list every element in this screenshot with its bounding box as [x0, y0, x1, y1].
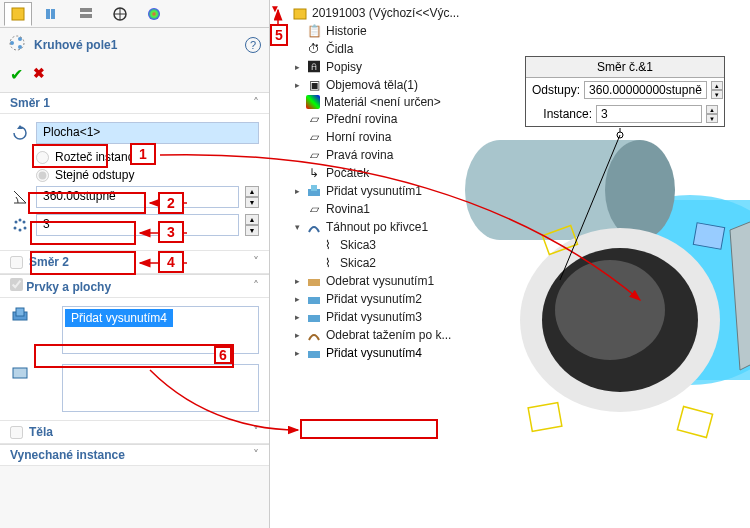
svg-rect-3: [80, 8, 92, 12]
callout-1: 1: [130, 143, 156, 165]
svg-point-11: [18, 45, 22, 49]
svg-rect-21: [13, 368, 27, 378]
tab-display[interactable]: [140, 2, 168, 26]
bodies-icon: ▣: [306, 77, 322, 93]
boss-extrude-icon: [306, 345, 322, 361]
callout-2: 2: [158, 192, 184, 214]
selected-feature-item[interactable]: Přidat vysunutím4: [65, 309, 173, 327]
callout-3: 3: [158, 221, 184, 243]
svg-point-8: [148, 8, 160, 20]
tree-sensors[interactable]: ⏱Čidla: [292, 40, 478, 58]
svg-rect-24: [311, 185, 317, 191]
section-bodies[interactable]: Těla ˅: [0, 420, 269, 444]
cut-sweep-icon: [306, 327, 322, 343]
svg-point-16: [15, 221, 18, 224]
axis-selection-input[interactable]: Plocha<1>: [36, 122, 259, 144]
callout-5: 5: [270, 24, 288, 46]
tree-cutsweep[interactable]: ▸Odebrat tažením po k...: [292, 326, 478, 344]
features-label: Prvky a plochy: [26, 280, 111, 294]
svg-rect-20: [16, 308, 24, 316]
cancel-button[interactable]: ✖: [33, 65, 45, 84]
count-input[interactable]: 3: [36, 214, 239, 236]
svg-point-18: [19, 229, 22, 232]
tree-plane1[interactable]: ▱Rovina1: [292, 200, 478, 218]
svg-rect-41: [528, 403, 562, 432]
sweep-icon: [306, 219, 322, 235]
tree-material[interactable]: Materiál <není určen>: [292, 94, 478, 110]
svg-point-44: [617, 132, 623, 138]
section-direction2[interactable]: Směr 2 ˅: [0, 250, 269, 274]
tree-flyout-arrow[interactable]: ▼: [270, 3, 280, 14]
angle-input[interactable]: 360.00stupně: [36, 186, 239, 208]
skipped-label: Vynechané instance: [10, 448, 125, 462]
panel-tab-bar: [0, 0, 269, 28]
faces-selection-box[interactable]: [62, 364, 259, 412]
chevron-down-icon: ˅: [253, 425, 259, 439]
property-manager-panel: Kruhové pole1 ? ✔ ✖ Směr 1 ˄ Plocha<1> R…: [0, 0, 270, 528]
boss-extrude-icon: [306, 309, 322, 325]
feature-title-row: Kruhové pole1 ?: [0, 28, 269, 61]
tree-ext4[interactable]: ▸Přidat vysunutím4: [292, 344, 478, 362]
pattern-callout-popup[interactable]: Směr č.&1 Odstupy: 360.00000000stupně ▲▼…: [525, 56, 725, 127]
section-direction1-header[interactable]: Směr 1 ˄: [0, 93, 269, 114]
section-features-header[interactable]: Prvky a plochy ˄: [0, 275, 269, 298]
svg-rect-1: [46, 9, 50, 19]
svg-rect-2: [51, 9, 55, 19]
tree-ext2[interactable]: ▸Přidat vysunutím2: [292, 290, 478, 308]
bodies-checkbox[interactable]: [10, 426, 23, 439]
tree-sketch3[interactable]: ⌇Skica3: [306, 236, 478, 254]
tree-right-plane[interactable]: ▱Pravá rovina: [292, 146, 478, 164]
sensors-icon: ⏱: [306, 41, 322, 57]
help-icon[interactable]: ?: [245, 37, 261, 53]
popup-instances-value[interactable]: 3: [596, 105, 702, 123]
tree-root[interactable]: 20191003 (Výchozí<<Výc...: [278, 4, 478, 22]
svg-point-33: [605, 140, 675, 240]
svg-point-37: [542, 248, 698, 392]
tree-annotations[interactable]: ▸🅰Popisy: [292, 58, 478, 76]
bodies-label: Těla: [29, 425, 53, 439]
svg-rect-39: [542, 225, 577, 254]
popup-spacing-value[interactable]: 360.00000000stupně: [584, 81, 707, 99]
instance-count-icon: [10, 217, 30, 233]
count-spinner[interactable]: ▲▼: [245, 214, 259, 236]
features-checkbox[interactable]: [10, 278, 23, 291]
radio-equal-spacing[interactable]: Stejné odstupy: [36, 168, 259, 182]
section-direction1: Směr 1 ˄ Plocha<1> Rozteč instancí Stejn…: [0, 92, 269, 250]
tree-cut1[interactable]: ▸Odebrat vysunutím1: [292, 272, 478, 290]
tree-origin[interactable]: ↳Počátek: [292, 164, 478, 182]
tree-top-plane[interactable]: ▱Horní rovina: [292, 128, 478, 146]
boss-extrude-icon: [306, 291, 322, 307]
popup-instances-spinner[interactable]: ▲▼: [706, 105, 718, 123]
svg-point-36: [520, 228, 720, 412]
chevron-up-icon: ˄: [253, 279, 259, 293]
part-icon: [292, 5, 308, 21]
radio-spacing-label: Rozteč instancí: [55, 150, 137, 164]
tree-sketch2[interactable]: ⌇Skica2: [306, 254, 478, 272]
chevron-down-icon: ˅: [253, 448, 259, 462]
chevron-up-icon: ˄: [253, 96, 259, 110]
tree-front-plane[interactable]: ▱Přední rovina: [292, 110, 478, 128]
reverse-direction-icon[interactable]: [10, 125, 30, 141]
confirm-button[interactable]: ✔: [10, 65, 23, 84]
section-skipped-header[interactable]: Vynechané instance ˅: [0, 444, 269, 466]
popup-spacing-spinner[interactable]: ▲▼: [711, 81, 723, 99]
tree-bodies[interactable]: ▸▣Objemová těla(1): [292, 76, 478, 94]
svg-point-15: [24, 227, 27, 230]
tree-ext1[interactable]: ▸Přidat vysunutím1: [292, 182, 478, 200]
boss-extrude-icon: [306, 183, 322, 199]
tree-history[interactable]: 📋Historie: [292, 22, 478, 40]
tab-property-manager[interactable]: [38, 2, 66, 26]
direction2-checkbox[interactable]: [10, 256, 23, 269]
callout-4: 4: [158, 251, 184, 273]
tab-configuration[interactable]: [72, 2, 100, 26]
tree-ext3[interactable]: ▸Přidat vysunutím3: [292, 308, 478, 326]
angle-value: 360.00stupně: [43, 189, 116, 203]
plane-icon: ▱: [306, 129, 322, 145]
tab-feature-manager[interactable]: [4, 2, 32, 26]
tab-dim-expert[interactable]: [106, 2, 134, 26]
radio-equal-label: Stejné odstupy: [55, 168, 134, 182]
svg-point-17: [23, 221, 26, 224]
tree-sweep[interactable]: ▾Táhnout po křivce1: [292, 218, 478, 236]
angle-spinner[interactable]: ▲▼: [245, 186, 259, 208]
svg-point-14: [14, 227, 17, 230]
